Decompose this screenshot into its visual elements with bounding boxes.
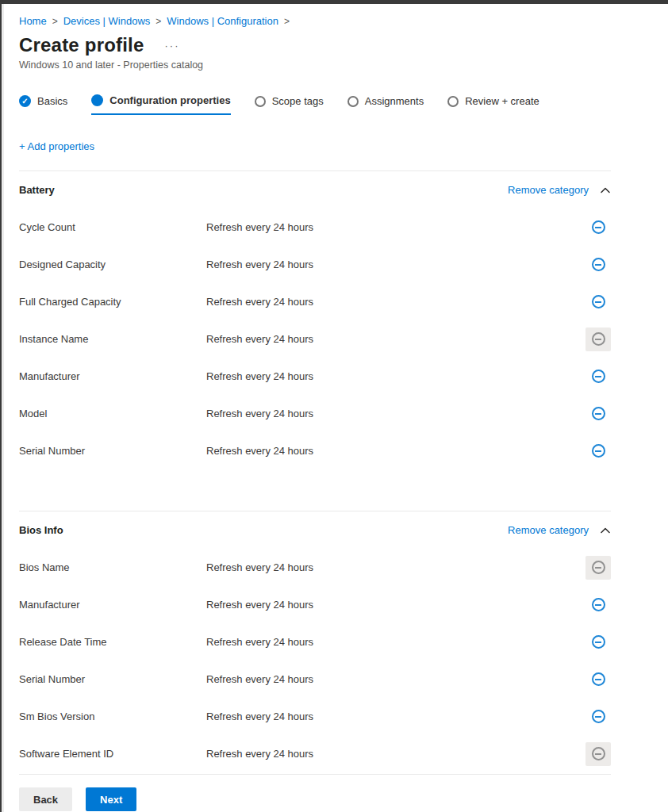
property-value: Refresh every 24 hours xyxy=(206,561,585,573)
minus-circle-icon xyxy=(592,598,605,611)
table-row: Model Refresh every 24 hours xyxy=(19,395,611,432)
minus-circle-icon xyxy=(592,444,605,458)
tab-label: Review + create xyxy=(465,95,539,107)
remove-property-button[interactable] xyxy=(585,365,611,389)
table-row: Sm Bios Version Refresh every 24 hours xyxy=(19,698,611,735)
minus-circle-icon xyxy=(592,635,605,649)
tab-basics[interactable]: ✓ Basics xyxy=(19,94,67,115)
wizard-footer: Back Next xyxy=(19,787,611,811)
remove-property-button[interactable] xyxy=(585,439,611,463)
table-row: Manufacturer Refresh every 24 hours xyxy=(19,358,611,395)
property-value: Refresh every 24 hours xyxy=(206,673,585,685)
tab-review-create[interactable]: Review + create xyxy=(447,94,539,115)
remove-property-button[interactable] xyxy=(585,290,611,314)
tab-configuration-properties[interactable]: Configuration properties xyxy=(91,94,230,115)
minus-circle-icon xyxy=(592,220,605,234)
minus-circle-icon xyxy=(592,747,605,760)
property-label: Model xyxy=(19,408,206,419)
remove-property-button[interactable] xyxy=(585,668,611,691)
remove-property-button[interactable] xyxy=(585,630,611,654)
remove-property-button[interactable] xyxy=(585,253,611,277)
wizard-tabs: ✓ Basics Configuration properties Scope … xyxy=(19,94,611,115)
remove-property-button[interactable] xyxy=(585,216,611,239)
minus-circle-icon xyxy=(592,710,605,723)
minus-circle-icon xyxy=(592,295,605,308)
minus-circle-icon xyxy=(592,672,605,686)
more-options-icon[interactable]: ··· xyxy=(162,38,183,53)
remove-property-button[interactable] xyxy=(585,556,611,580)
section-title: Battery xyxy=(19,184,55,196)
property-label: Software Element ID xyxy=(19,748,206,760)
property-label: Serial Number xyxy=(19,673,206,685)
property-label: Manufacturer xyxy=(19,370,206,382)
add-properties-button[interactable]: + Add properties xyxy=(19,140,94,152)
property-value: Refresh every 24 hours xyxy=(206,259,585,270)
divider xyxy=(19,774,611,775)
active-dot-icon xyxy=(91,94,103,106)
property-label: Release Date Time xyxy=(19,636,206,648)
breadcrumb-link-home[interactable]: Home xyxy=(19,15,47,27)
minus-circle-icon xyxy=(592,370,605,383)
breadcrumb-separator: > xyxy=(52,16,58,27)
tab-scope-tags[interactable]: Scope tags xyxy=(255,94,324,115)
table-row: Manufacturer Refresh every 24 hours xyxy=(19,586,611,623)
page-subtitle: Windows 10 and later - Properties catalo… xyxy=(19,59,611,71)
table-row: Cycle Count Refresh every 24 hours xyxy=(19,209,611,246)
empty-circle-icon xyxy=(447,96,459,107)
table-row: Release Date Time Refresh every 24 hours xyxy=(19,623,611,661)
property-label: Designed Capacity xyxy=(19,259,206,270)
tab-label: Basics xyxy=(37,95,67,107)
remove-property-button[interactable] xyxy=(585,327,611,351)
breadcrumb-separator: > xyxy=(284,16,290,27)
breadcrumb: Home > Devices | Windows > Windows | Con… xyxy=(19,13,611,27)
property-label: Sm Bios Version xyxy=(19,710,206,722)
table-row: Software Element ID Refresh every 24 hou… xyxy=(19,735,611,772)
remove-category-button[interactable]: Remove category xyxy=(508,184,589,196)
property-label: Instance Name xyxy=(19,333,206,345)
tab-label: Assignments xyxy=(365,95,424,107)
property-value: Refresh every 24 hours xyxy=(206,445,585,457)
property-value: Refresh every 24 hours xyxy=(206,221,585,233)
completed-check-icon: ✓ xyxy=(19,95,31,107)
breadcrumb-separator: > xyxy=(155,16,161,27)
property-label: Cycle Count xyxy=(19,221,206,233)
minus-circle-icon xyxy=(592,332,605,346)
table-row: Serial Number Refresh every 24 hours xyxy=(19,432,611,469)
next-button[interactable]: Next xyxy=(86,787,136,811)
create-profile-page: Home > Devices | Windows > Windows | Con… xyxy=(2,4,668,811)
breadcrumb-link-windows-configuration[interactable]: Windows | Configuration xyxy=(167,15,278,27)
back-button[interactable]: Back xyxy=(19,787,72,811)
tab-assignments[interactable]: Assignments xyxy=(347,94,424,115)
section-header-bios-info: Bios Info Remove category xyxy=(19,511,611,549)
chevron-up-icon[interactable] xyxy=(600,525,611,536)
property-value: Refresh every 24 hours xyxy=(206,296,585,308)
tab-label: Scope tags xyxy=(272,95,324,107)
remove-property-button[interactable] xyxy=(585,593,611,617)
property-label: Serial Number xyxy=(19,445,206,457)
property-value: Refresh every 24 hours xyxy=(206,599,585,611)
property-label: Full Charged Capacity xyxy=(19,296,206,308)
property-value: Refresh every 24 hours xyxy=(206,748,585,760)
property-value: Refresh every 24 hours xyxy=(206,636,585,648)
property-value: Refresh every 24 hours xyxy=(206,408,585,419)
property-label: Manufacturer xyxy=(19,599,206,611)
minus-circle-icon xyxy=(592,561,605,574)
page-title: Create profile xyxy=(19,34,144,56)
table-row: Instance Name Refresh every 24 hours xyxy=(19,320,611,358)
empty-circle-icon xyxy=(347,96,359,107)
table-row: Designed Capacity Refresh every 24 hours xyxy=(19,246,611,283)
minus-circle-icon xyxy=(592,258,605,271)
remove-property-button[interactable] xyxy=(585,402,611,426)
remove-category-button[interactable]: Remove category xyxy=(508,524,589,536)
table-row: Bios Name Refresh every 24 hours xyxy=(19,549,611,586)
property-value: Refresh every 24 hours xyxy=(206,710,585,722)
remove-property-button[interactable] xyxy=(585,742,611,766)
minus-circle-icon xyxy=(592,407,605,420)
table-row: Full Charged Capacity Refresh every 24 h… xyxy=(19,283,611,320)
empty-circle-icon xyxy=(255,96,266,107)
section-header-battery: Battery Remove category xyxy=(19,171,611,209)
breadcrumb-link-devices-windows[interactable]: Devices | Windows xyxy=(63,15,151,27)
tab-label: Configuration properties xyxy=(109,94,230,106)
remove-property-button[interactable] xyxy=(585,705,611,729)
chevron-up-icon[interactable] xyxy=(600,185,611,196)
